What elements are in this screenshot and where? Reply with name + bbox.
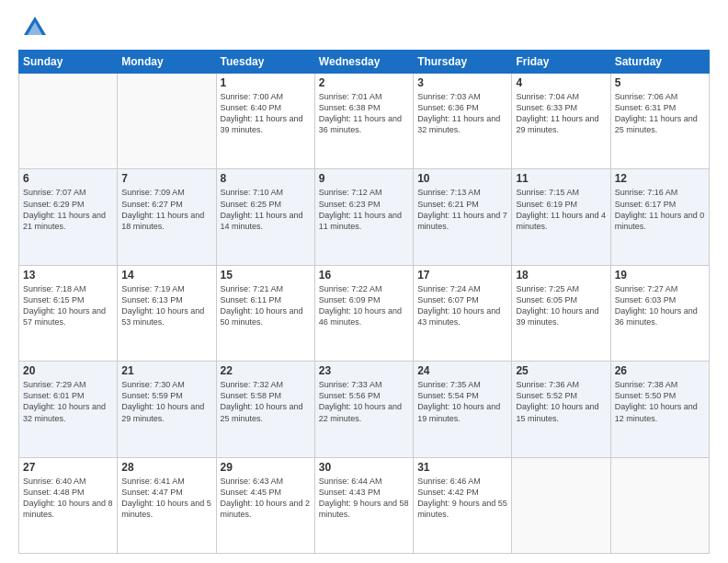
calendar-cell: 30Sunrise: 6:44 AMSunset: 4:43 PMDayligh… [314, 457, 413, 553]
calendar-cell: 20Sunrise: 7:29 AMSunset: 6:01 PMDayligh… [19, 362, 118, 457]
day-number: 27 [23, 461, 113, 474]
day-info: Sunrise: 7:10 AMSunset: 6:25 PMDaylight:… [221, 187, 311, 232]
calendar-cell: 21Sunrise: 7:30 AMSunset: 5:59 PMDayligh… [118, 362, 216, 457]
logo-icon [22, 15, 48, 40]
day-info: Sunrise: 7:09 AMSunset: 6:27 PMDaylight:… [121, 187, 211, 232]
day-info: Sunrise: 7:24 AMSunset: 6:07 PMDaylight:… [417, 283, 507, 328]
day-number: 25 [516, 364, 606, 377]
calendar-cell: 3Sunrise: 7:03 AMSunset: 6:36 PMDaylight… [414, 74, 512, 169]
day-number: 29 [221, 461, 311, 474]
day-number: 12 [615, 172, 705, 185]
calendar-cell: 17Sunrise: 7:24 AMSunset: 6:07 PMDayligh… [414, 265, 512, 361]
day-info: Sunrise: 6:46 AMSunset: 4:42 PMDaylight:… [417, 476, 507, 521]
day-info: Sunrise: 7:19 AMSunset: 6:13 PMDaylight:… [121, 283, 211, 328]
calendar-cell [19, 74, 118, 169]
calendar-cell: 7Sunrise: 7:09 AMSunset: 6:27 PMDaylight… [118, 169, 216, 265]
day-info: Sunrise: 7:32 AMSunset: 5:58 PMDaylight:… [221, 379, 311, 424]
day-number: 30 [319, 461, 409, 474]
page: SundayMondayTuesdayWednesdayThursdayFrid… [0, 0, 728, 563]
day-info: Sunrise: 6:41 AMSunset: 4:47 PMDaylight:… [121, 476, 211, 521]
calendar-cell [118, 74, 216, 169]
day-info: Sunrise: 7:30 AMSunset: 5:59 PMDaylight:… [121, 379, 211, 424]
day-number: 8 [221, 172, 311, 185]
calendar-cell: 25Sunrise: 7:36 AMSunset: 5:52 PMDayligh… [512, 362, 610, 457]
day-info: Sunrise: 7:22 AMSunset: 6:09 PMDaylight:… [319, 283, 409, 328]
day-info: Sunrise: 6:40 AMSunset: 4:48 PMDaylight:… [23, 476, 113, 521]
day-info: Sunrise: 7:27 AMSunset: 6:03 PMDaylight:… [615, 283, 705, 328]
day-number: 2 [319, 76, 409, 89]
calendar-body: 1Sunrise: 7:00 AMSunset: 6:40 PMDaylight… [19, 74, 710, 554]
day-header-monday: Monday [118, 51, 216, 74]
day-header-row: SundayMondayTuesdayWednesdayThursdayFrid… [19, 51, 710, 74]
day-number: 23 [319, 364, 409, 377]
day-number: 19 [615, 269, 705, 282]
week-row-4: 20Sunrise: 7:29 AMSunset: 6:01 PMDayligh… [19, 362, 710, 457]
day-number: 4 [516, 76, 606, 89]
day-number: 20 [23, 364, 113, 377]
calendar-cell: 14Sunrise: 7:19 AMSunset: 6:13 PMDayligh… [118, 265, 216, 361]
day-number: 15 [221, 269, 311, 282]
day-number: 24 [417, 364, 507, 377]
day-number: 14 [121, 269, 211, 282]
day-info: Sunrise: 7:15 AMSunset: 6:19 PMDaylight:… [516, 187, 606, 232]
calendar-cell: 5Sunrise: 7:06 AMSunset: 6:31 PMDaylight… [610, 74, 709, 169]
calendar-table: SundayMondayTuesdayWednesdayThursdayFrid… [18, 50, 710, 554]
calendar-cell: 10Sunrise: 7:13 AMSunset: 6:21 PMDayligh… [414, 169, 512, 265]
calendar-cell: 4Sunrise: 7:04 AMSunset: 6:33 PMDaylight… [512, 74, 610, 169]
day-number: 9 [319, 172, 409, 185]
calendar-cell [512, 457, 610, 553]
calendar-cell: 2Sunrise: 7:01 AMSunset: 6:38 PMDaylight… [314, 74, 413, 169]
day-info: Sunrise: 7:36 AMSunset: 5:52 PMDaylight:… [516, 379, 606, 424]
day-number: 28 [121, 461, 211, 474]
calendar-cell: 26Sunrise: 7:38 AMSunset: 5:50 PMDayligh… [610, 362, 709, 457]
day-info: Sunrise: 7:16 AMSunset: 6:17 PMDaylight:… [615, 187, 705, 232]
day-info: Sunrise: 7:35 AMSunset: 5:54 PMDaylight:… [417, 379, 507, 424]
day-info: Sunrise: 7:03 AMSunset: 6:36 PMDaylight:… [417, 91, 507, 136]
calendar-cell: 28Sunrise: 6:41 AMSunset: 4:47 PMDayligh… [118, 457, 216, 553]
calendar-cell: 12Sunrise: 7:16 AMSunset: 6:17 PMDayligh… [610, 169, 709, 265]
calendar-header: SundayMondayTuesdayWednesdayThursdayFrid… [19, 51, 710, 74]
day-info: Sunrise: 7:13 AMSunset: 6:21 PMDaylight:… [417, 187, 507, 232]
day-info: Sunrise: 7:38 AMSunset: 5:50 PMDaylight:… [615, 379, 705, 424]
day-info: Sunrise: 7:06 AMSunset: 6:31 PMDaylight:… [615, 91, 705, 136]
day-header-tuesday: Tuesday [216, 51, 314, 74]
day-header-friday: Friday [512, 51, 610, 74]
calendar-cell [610, 457, 709, 553]
week-row-5: 27Sunrise: 6:40 AMSunset: 4:48 PMDayligh… [19, 457, 710, 553]
header [18, 15, 710, 40]
day-header-saturday: Saturday [610, 51, 709, 74]
calendar-cell: 18Sunrise: 7:25 AMSunset: 6:05 PMDayligh… [512, 265, 610, 361]
day-number: 11 [516, 172, 606, 185]
day-info: Sunrise: 6:44 AMSunset: 4:43 PMDaylight:… [319, 476, 409, 521]
calendar-cell: 15Sunrise: 7:21 AMSunset: 6:11 PMDayligh… [216, 265, 314, 361]
day-info: Sunrise: 7:07 AMSunset: 6:29 PMDaylight:… [23, 187, 113, 232]
day-number: 1 [221, 76, 311, 89]
calendar-cell: 22Sunrise: 7:32 AMSunset: 5:58 PMDayligh… [216, 362, 314, 457]
calendar-cell: 6Sunrise: 7:07 AMSunset: 6:29 PMDaylight… [19, 169, 118, 265]
calendar-cell: 29Sunrise: 6:43 AMSunset: 4:45 PMDayligh… [216, 457, 314, 553]
day-info: Sunrise: 7:00 AMSunset: 6:40 PMDaylight:… [221, 91, 311, 136]
calendar-cell: 1Sunrise: 7:00 AMSunset: 6:40 PMDaylight… [216, 74, 314, 169]
calendar-cell: 16Sunrise: 7:22 AMSunset: 6:09 PMDayligh… [314, 265, 413, 361]
day-number: 17 [417, 269, 507, 282]
day-number: 31 [417, 461, 507, 474]
day-number: 3 [417, 76, 507, 89]
calendar-cell: 9Sunrise: 7:12 AMSunset: 6:23 PMDaylight… [314, 169, 413, 265]
day-number: 5 [615, 76, 705, 89]
day-number: 13 [23, 269, 113, 282]
day-number: 16 [319, 269, 409, 282]
calendar-cell: 19Sunrise: 7:27 AMSunset: 6:03 PMDayligh… [610, 265, 709, 361]
day-info: Sunrise: 7:21 AMSunset: 6:11 PMDaylight:… [221, 283, 311, 328]
day-number: 21 [121, 364, 211, 377]
day-info: Sunrise: 7:25 AMSunset: 6:05 PMDaylight:… [516, 283, 606, 328]
week-row-3: 13Sunrise: 7:18 AMSunset: 6:15 PMDayligh… [19, 265, 710, 361]
day-number: 18 [516, 269, 606, 282]
day-info: Sunrise: 7:12 AMSunset: 6:23 PMDaylight:… [319, 187, 409, 232]
day-number: 26 [615, 364, 705, 377]
day-info: Sunrise: 7:29 AMSunset: 6:01 PMDaylight:… [23, 379, 113, 424]
day-header-thursday: Thursday [414, 51, 512, 74]
day-number: 10 [417, 172, 507, 185]
calendar-cell: 23Sunrise: 7:33 AMSunset: 5:56 PMDayligh… [314, 362, 413, 457]
day-info: Sunrise: 6:43 AMSunset: 4:45 PMDaylight:… [221, 476, 311, 521]
calendar-cell: 13Sunrise: 7:18 AMSunset: 6:15 PMDayligh… [19, 265, 118, 361]
